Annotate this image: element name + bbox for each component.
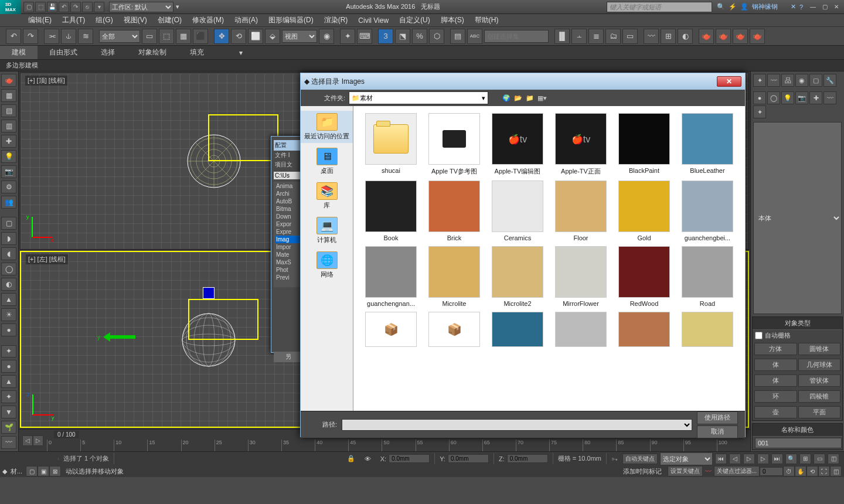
nav-zoomall-icon[interactable]: ⊞ <box>799 454 811 464</box>
object-type-button[interactable]: 体 <box>754 359 797 371</box>
file-item[interactable]: Road <box>677 246 738 307</box>
spinner-snap-icon[interactable]: ⬡ <box>429 29 444 44</box>
menu-自定义(U)[interactable]: 自定义(U) <box>394 14 435 26</box>
cp-hierarchy-icon[interactable]: 品 <box>781 74 794 87</box>
cp-modify-icon[interactable]: 〰 <box>767 74 780 87</box>
file-grid[interactable]: shucaiApple TV参考图🍎tvApple-TV编辑图🍎tvApple-… <box>353 106 745 411</box>
next-frame-icon[interactable]: ▷ <box>757 454 769 464</box>
abc-icon[interactable]: ABC <box>467 29 482 44</box>
material-editor-icon[interactable]: ◐ <box>678 29 693 44</box>
left-tool-icon[interactable]: ◯ <box>1 263 16 275</box>
file-item[interactable]: BlackPaint <box>614 113 675 176</box>
setkey-button[interactable]: 设置关键点 <box>668 466 703 476</box>
snap-icon[interactable]: 3 <box>378 29 393 44</box>
add-timemark[interactable]: 添加时间标记 <box>617 467 668 476</box>
menu-Civil View[interactable]: Civil View <box>353 15 393 26</box>
left-tool-icon[interactable]: ◐ <box>1 278 16 291</box>
back-icon[interactable]: 🌍 <box>502 94 511 102</box>
object-name-input[interactable] <box>755 438 842 448</box>
object-type-button[interactable]: 方体 <box>754 343 797 355</box>
list-item[interactable]: Expor <box>275 220 302 228</box>
qat-more-icon[interactable]: ▾ <box>94 2 104 12</box>
place-network[interactable]: 🌐网络 <box>301 249 353 281</box>
left-tool-icon[interactable]: ▤ <box>1 104 16 117</box>
selection-filter[interactable]: 全部 <box>99 30 140 43</box>
cp-camera-icon[interactable]: 📷 <box>795 91 808 104</box>
keyboard-icon[interactable]: ⌨ <box>357 29 372 44</box>
maxscript-icon[interactable]: ◆ <box>2 468 7 475</box>
left-tool-icon[interactable]: ● <box>1 360 16 373</box>
ribbon-tab[interactable]: 填充 <box>178 46 216 59</box>
curve-editor-icon[interactable]: 〰 <box>644 29 659 44</box>
file-item[interactable]: 📦 <box>424 312 485 347</box>
coord-y-input[interactable] <box>448 454 489 463</box>
percent-snap-icon[interactable]: % <box>412 29 427 44</box>
file-item[interactable]: guanchengnan... <box>360 246 421 307</box>
menu-渲染(R)[interactable]: 渲染(R) <box>319 14 353 26</box>
file-item[interactable]: 📦 <box>360 312 421 347</box>
cp-shape-icon[interactable]: ◯ <box>767 91 780 104</box>
key-icon[interactable]: 🗝 <box>607 455 622 462</box>
back-path-input[interactable]: C:\Us <box>274 172 303 179</box>
lock-icon[interactable]: 🔒 <box>342 455 360 462</box>
cp-motion-icon[interactable]: ◉ <box>795 74 808 87</box>
ribbon-tab[interactable]: 对象绘制 <box>127 46 178 59</box>
time-config-icon[interactable]: ⏱ <box>783 466 795 476</box>
timeline-left-icon[interactable]: ◁ <box>22 435 33 446</box>
menu-编辑(E)[interactable]: 编辑(E) <box>23 14 56 26</box>
cp-system-icon[interactable]: ✦ <box>753 105 766 118</box>
left-tool-icon[interactable]: ▲ <box>1 375 16 388</box>
render-icon[interactable]: 🫖 <box>733 29 748 44</box>
user-name[interactable]: 钢神缘钢 <box>752 2 778 11</box>
menu-脚本(S)[interactable]: 脚本(S) <box>436 14 469 26</box>
search-input[interactable] <box>607 2 712 12</box>
unlink-icon[interactable]: ⫝ <box>61 29 76 44</box>
dialog-close-button[interactable]: ✕ <box>717 76 741 87</box>
cp-light-icon[interactable]: 💡 <box>781 91 794 104</box>
keyfilter-button[interactable]: 关键点过滤器... <box>714 466 760 476</box>
menu-动画(A)[interactable]: 动画(A) <box>230 14 263 26</box>
infocenter-icon[interactable]: 🔍 <box>717 3 725 11</box>
nav-region-icon[interactable]: ▭ <box>814 454 825 464</box>
menu-帮助(H)[interactable]: 帮助(H) <box>470 14 503 26</box>
left-tool-icon[interactable]: ✦ <box>1 390 16 403</box>
scene-explorer-icon[interactable]: 🗂 <box>605 29 621 44</box>
cp-utility-icon[interactable]: 🔧 <box>823 74 836 87</box>
cp-section-header[interactable]: 名称和颜色 <box>753 424 842 437</box>
menu-视图(V)[interactable]: 视图(V) <box>119 14 152 26</box>
list-item[interactable]: Imag <box>275 236 302 243</box>
subscription-icon[interactable]: ⚡ <box>729 3 737 11</box>
object-type-button[interactable]: 四棱锥 <box>798 390 841 403</box>
file-item[interactable]: Floor <box>550 181 611 241</box>
left-tool-icon[interactable]: ✚ <box>1 135 16 148</box>
list-item[interactable]: Previ <box>275 274 302 281</box>
viewport-label[interactable]: [+] [顶] [线框] <box>25 76 67 86</box>
up-icon[interactable]: 📂 <box>514 94 522 102</box>
select-icon[interactable]: ▭ <box>142 29 157 44</box>
file-item[interactable]: shucai <box>360 113 421 176</box>
maximize-button[interactable]: ▢ <box>819 3 830 11</box>
left-tool-icon[interactable]: ☀ <box>1 308 16 321</box>
render-frame-icon[interactable]: 🫖 <box>716 29 731 44</box>
coord-x-input[interactable] <box>389 454 430 463</box>
move-gizmo-icon[interactable] <box>103 331 138 343</box>
keymode-dropdown[interactable]: 选定对象 <box>660 452 713 465</box>
file-item[interactable]: 🍎tvApple-TV编辑图 <box>487 113 548 176</box>
qat-undo-icon[interactable]: ↶ <box>59 2 69 12</box>
placement-icon[interactable]: ⬙ <box>265 29 280 44</box>
goto-start-icon[interactable]: ⏮ <box>715 454 727 464</box>
left-tool-icon[interactable]: 💡 <box>1 150 16 163</box>
autokey-button[interactable]: 自动关键点 <box>622 454 658 464</box>
file-item[interactable] <box>614 312 675 347</box>
file-item[interactable]: Ceramics <box>487 181 548 241</box>
manipulate-icon[interactable]: ✦ <box>340 29 355 44</box>
ribbon-toggle-icon[interactable]: ▭ <box>622 29 638 44</box>
back-dialog-button[interactable]: 另 <box>274 352 303 362</box>
folder-path-combo[interactable]: 📁 素材▾ <box>349 91 488 104</box>
ribbon-expand-icon[interactable]: ▾ <box>227 47 254 59</box>
left-tool-icon[interactable]: ◖ <box>1 247 16 260</box>
dock2-icon[interactable]: ▣ <box>38 466 49 476</box>
list-item[interactable]: Impor <box>275 243 302 251</box>
cp-display-icon[interactable]: ▢ <box>809 74 822 87</box>
render-setup-icon[interactable]: 🫖 <box>699 29 714 44</box>
